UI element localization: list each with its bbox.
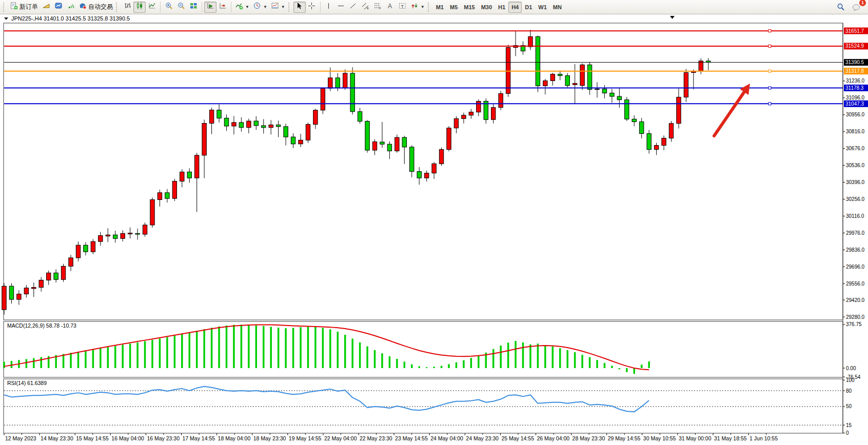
timeframe-M30[interactable]: M30 [478, 2, 495, 13]
svg-text:30676.0: 30676.0 [846, 146, 865, 151]
svg-text:376.75: 376.75 [846, 321, 862, 327]
autotrade-icon [79, 2, 87, 12]
open-chart-button[interactable] [52, 2, 65, 13]
new-order-button[interactable]: 新订单 [8, 2, 40, 13]
shapes-arrows-icon [411, 2, 419, 12]
svg-text:30116.0: 30116.0 [846, 213, 864, 219]
svg-text:31 May 18:55: 31 May 18:55 [714, 435, 747, 441]
candlestick-icon [136, 2, 144, 12]
svg-text:30536.0: 30536.0 [846, 163, 865, 168]
wedge-icon [43, 2, 50, 12]
dropdown-caret: ▼ [421, 5, 425, 9]
cursor-arrow-icon [295, 2, 303, 12]
timeframe-D1[interactable]: D1 [522, 2, 535, 13]
search-button[interactable] [835, 2, 847, 13]
timeframe-MN[interactable]: MN [550, 2, 565, 13]
notification-badge: 1 [859, 0, 866, 6]
text-label-icon: T [399, 2, 406, 12]
autotrade-button[interactable]: 自动交易 [77, 2, 115, 13]
templates-button[interactable]: ▼ [269, 2, 287, 13]
timeframe-W1[interactable]: W1 [535, 2, 550, 13]
timeframe-M15[interactable]: M15 [461, 2, 478, 13]
svg-text:29420.0: 29420.0 [846, 297, 865, 303]
candlestick-mode-button[interactable] [133, 2, 146, 13]
equidistant-channel-icon: E [362, 2, 369, 12]
toolbar-separator [231, 2, 231, 12]
svg-text:23 May 14:55: 23 May 14:55 [395, 435, 428, 441]
svg-text:MACD(12,26,9) 58.78 -10.73: MACD(12,26,9) 58.78 -10.73 [7, 322, 76, 329]
bar-chart-mode-button[interactable] [121, 2, 133, 13]
svg-text:30256.0: 30256.0 [846, 196, 865, 202]
svg-text:29976.0: 29976.0 [846, 230, 865, 236]
vertical-line-icon [325, 2, 332, 12]
new-order-label: 新订单 [19, 3, 38, 11]
timeframe-H1[interactable]: H1 [495, 2, 508, 13]
periods-button[interactable]: ▼ [251, 2, 269, 13]
toolbar-grip [116, 3, 119, 12]
chart-canvas[interactable]: 31236.031096.030956.030816.030676.030536… [0, 14, 868, 445]
arrows-tool-button[interactable]: ▼ [409, 2, 427, 13]
chart-window: 31236.031096.030956.030816.030676.030536… [0, 14, 868, 445]
svg-text:19 May 14:55: 19 May 14:55 [289, 435, 322, 441]
timeframe-M1[interactable]: M1 [433, 2, 447, 13]
svg-text:12 May 2023: 12 May 2023 [5, 435, 36, 441]
auto-scroll-icon [207, 2, 214, 12]
text-icon: A [386, 2, 394, 12]
svg-text:50: 50 [846, 403, 852, 409]
vertical-line-tool-button[interactable] [323, 2, 335, 13]
svg-text:25 May 14:55: 25 May 14:55 [501, 435, 534, 441]
dropdown-caret: ▼ [263, 5, 267, 9]
text-tool-button[interactable]: A [384, 2, 397, 13]
trendline-tool-button[interactable] [347, 2, 360, 13]
label-tool-button[interactable]: T [397, 2, 409, 13]
toolbar-grip [3, 3, 6, 12]
svg-text:29556.0: 29556.0 [846, 281, 865, 287]
svg-text:31651.7: 31651.7 [845, 28, 864, 34]
crosshair-tool-button[interactable] [306, 2, 318, 13]
svg-text:17 May 14:55: 17 May 14:55 [183, 435, 215, 441]
line-chart-mode-button[interactable] [146, 2, 158, 13]
svg-text:16 May 23:30: 16 May 23:30 [147, 435, 180, 441]
svg-text:28 May 23:30: 28 May 23:30 [573, 435, 605, 441]
zoom-in-button[interactable] [163, 2, 175, 13]
toolbar-separator [160, 2, 161, 12]
svg-text:14 May 23:30: 14 May 23:30 [41, 435, 73, 441]
indicators-button[interactable]: ▼ [233, 2, 251, 13]
toolbar-grip [288, 3, 291, 12]
svg-text:24 May 04:00: 24 May 04:00 [430, 435, 463, 441]
horizontal-line-tool-button[interactable] [335, 2, 347, 13]
tile-windows-button[interactable] [187, 2, 200, 13]
svg-text:31047.3: 31047.3 [845, 101, 864, 107]
depth-of-market-button[interactable] [40, 2, 52, 13]
svg-text:0: 0 [846, 430, 849, 436]
svg-text:0.00: 0.00 [846, 366, 856, 371]
clock-icon [253, 2, 261, 12]
svg-text:30 May 10:55: 30 May 10:55 [643, 435, 676, 441]
svg-text:24 May 23:30: 24 May 23:30 [466, 435, 499, 441]
chart-shift-button[interactable] [216, 2, 229, 13]
main-toolbar: 新订单 自动交易 ▼ ▼ [0, 0, 868, 14]
svg-text:100: 100 [846, 377, 855, 383]
zoom-in-icon [165, 2, 173, 12]
timeframe-M5[interactable]: M5 [447, 2, 461, 13]
bar-chart-icon [124, 2, 131, 12]
svg-text:31 May 00:00: 31 May 00:00 [679, 435, 712, 441]
template-icon [271, 2, 279, 12]
signal-icon [67, 2, 75, 12]
dropdown-caret: ▼ [281, 5, 285, 9]
svg-text:1 Jun 10:55: 1 Jun 10:55 [749, 435, 778, 441]
auto-scroll-button[interactable] [204, 2, 216, 13]
dropdown-caret: ▼ [245, 5, 249, 9]
notifications-button[interactable]: 1 [850, 2, 863, 13]
svg-text:E: E [367, 7, 369, 10]
chart-shift-icon [219, 2, 227, 12]
fibonacci-tool-button[interactable]: F [372, 2, 384, 13]
timeframe-H4[interactable]: H4 [508, 2, 522, 13]
channel-tool-button[interactable]: E [360, 2, 372, 13]
zoom-out-button[interactable] [175, 2, 187, 13]
svg-text:18 May 04:00: 18 May 04:00 [218, 435, 251, 441]
svg-text:31524.9: 31524.9 [845, 43, 864, 49]
cursor-tool-button[interactable] [293, 2, 306, 13]
signals-button[interactable] [65, 2, 77, 13]
indicators-icon [235, 2, 243, 12]
